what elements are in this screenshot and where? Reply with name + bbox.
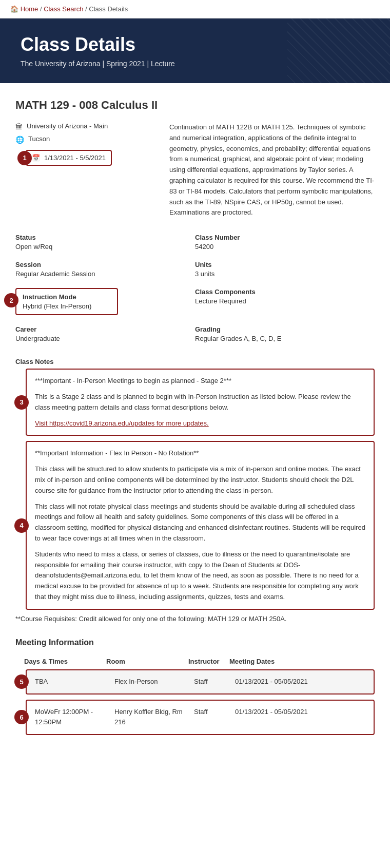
badge-1: 1	[17, 151, 32, 165]
row5-room: Flex In-Person	[114, 677, 194, 687]
institution-value: University of Arizona - Main	[27, 122, 108, 130]
class-notes-section: Class Notes 3 ***Important - In-Person M…	[15, 358, 375, 623]
meeting-row5-box: TBA Flex In-Person Staff 01/13/2021 - 05…	[26, 669, 375, 695]
details-grid: Status Open w/Req Class Number 54200 Ses…	[15, 228, 375, 348]
col-instructor-header: Instructor	[188, 658, 229, 665]
class-number-value: 54200	[195, 243, 375, 250]
row5-dates: 01/13/2021 - 05/05/2021	[235, 677, 365, 687]
info-grid: 🏛 University of Arizona - Main 🌐 Tucson …	[15, 122, 375, 218]
note4-wrap: 4 **Important Information - Flex In Pers…	[26, 441, 375, 609]
grading-label: Grading	[195, 325, 375, 333]
session-cell: Session Regular Academic Session	[15, 256, 195, 283]
badge-4: 4	[14, 518, 29, 533]
info-left: 🏛 University of Arizona - Main 🌐 Tucson …	[15, 122, 159, 218]
status-label: Status	[15, 234, 195, 241]
instruction-box: Instruction Mode Hybrid (Flex In-Person)	[15, 288, 118, 315]
badge-2: 2	[4, 293, 18, 307]
instruction-mode-cell: 2 Instruction Mode Hybrid (Flex In-Perso…	[15, 283, 195, 320]
page-subtitle: The University of Arizona | Spring 2021 …	[21, 60, 369, 68]
status-value: Open w/Req	[15, 243, 195, 250]
location-item: 🌐 Tucson	[15, 135, 159, 144]
instruction-mode-value: Hybrid (Flex In-Person)	[23, 302, 111, 310]
col-room-header: Room	[106, 658, 188, 665]
col-times-header: Days & Times	[24, 658, 106, 665]
note3-text1: ***Important - In-Person Meetings to beg…	[35, 376, 365, 387]
note3-text2: This is a Stage 2 class and is planned t…	[35, 392, 365, 413]
badge-3: 3	[14, 395, 29, 410]
career-value: Undergraduate	[15, 335, 195, 342]
breadcrumb-class-search[interactable]: Class Search	[44, 5, 83, 13]
note4-box: **Important Information - Flex In Person…	[26, 441, 375, 609]
institution-item: 🏛 University of Arizona - Main	[15, 122, 159, 131]
note3-text3: Visit https://covid19.arizona.edu/update…	[35, 418, 365, 429]
course-description: Continuation of MATH 122B or MATH 125. T…	[169, 122, 375, 218]
row6-times: MoWeFr 12:00PM - 12:50PM	[35, 707, 114, 728]
class-notes-label: Class Notes	[15, 358, 375, 365]
meeting-header: Days & Times Room Instructor Meeting Dat…	[15, 653, 375, 669]
note4-text4: Students who need to miss a class, or se…	[35, 549, 365, 603]
breadcrumb-current: Class Details	[89, 5, 128, 13]
status-cell: Status Open w/Req	[15, 228, 195, 256]
class-components-value: Lecture Required	[195, 297, 375, 305]
badge-5: 5	[14, 674, 29, 689]
row6-room: Henry Koffler Bldg, Rm 216	[114, 707, 194, 728]
note4-text2: This class will be structured to allow s…	[35, 464, 365, 496]
note3-wrap: 3 ***Important - In-Person Meetings to b…	[26, 369, 375, 436]
class-number-label: Class Number	[195, 234, 375, 241]
session-label: Session	[15, 261, 195, 268]
location-value: Tucson	[28, 135, 50, 143]
meeting-row6-inner: MoWeFr 12:00PM - 12:50PM Henry Koffler B…	[35, 707, 365, 728]
class-components-label: Class Components	[195, 288, 375, 296]
meeting-row6-wrap: 6 MoWeFr 12:00PM - 12:50PM Henry Koffler…	[26, 700, 375, 736]
class-components-cell: Class Components Lecture Required	[195, 283, 375, 320]
dates-value: 1/13/2021 - 5/5/2021	[44, 154, 106, 162]
institution-icon: 🏛	[15, 123, 23, 131]
instruction-mode-label: Instruction Mode	[23, 293, 111, 301]
meeting-row6-box: MoWeFr 12:00PM - 12:50PM Henry Koffler B…	[26, 700, 375, 736]
note3-link[interactable]: Visit https://covid19.arizona.edu/update…	[35, 419, 209, 427]
breadcrumb: 🏠 Home / Class Search / Class Details	[0, 0, 390, 18]
class-number-cell: Class Number 54200	[195, 228, 375, 256]
badge-6: 6	[14, 710, 29, 724]
units-value: 3 units	[195, 270, 375, 278]
row6-dates: 01/13/2021 - 05/05/2021	[235, 707, 365, 728]
meeting-row5-inner: TBA Flex In-Person Staff 01/13/2021 - 05…	[35, 677, 365, 687]
home-icon: 🏠	[10, 5, 18, 13]
main-content: MATH 129 - 008 Calculus II 🏛 University …	[0, 83, 390, 750]
units-cell: Units 3 units	[195, 256, 375, 283]
banner-decoration	[287, 18, 390, 83]
globe-icon: 🌐	[15, 136, 24, 144]
units-label: Units	[195, 261, 375, 268]
meeting-section: Meeting Information Days & Times Room In…	[15, 638, 375, 735]
note4-text1: **Important Information - Flex In Person…	[35, 448, 365, 459]
note5-text: **Course Requisites: Credit allowed for …	[15, 615, 375, 623]
calendar-icon: 📅	[32, 154, 40, 162]
row5-instructor: Staff	[194, 677, 235, 687]
header-banner: Class Details The University of Arizona …	[0, 18, 390, 83]
career-label: Career	[15, 325, 195, 333]
breadcrumb-home[interactable]: Home	[21, 5, 38, 13]
grading-cell: Grading Regular Grades A, B, C, D, E	[195, 320, 375, 348]
row5-times: TBA	[35, 677, 114, 687]
course-title: MATH 129 - 008 Calculus II	[15, 99, 375, 112]
session-value: Regular Academic Session	[15, 270, 195, 278]
date-box: 1 📅 1/13/2021 - 5/5/2021	[26, 150, 112, 166]
row6-instructor: Staff	[194, 707, 235, 728]
grading-value: Regular Grades A, B, C, D, E	[195, 335, 375, 342]
note4-text3: This class will not rotate physical clas…	[35, 501, 365, 544]
date-wrap: 1 📅 1/13/2021 - 5/5/2021	[26, 148, 159, 166]
note3-box: ***Important - In-Person Meetings to beg…	[26, 369, 375, 436]
col-dates-header: Meeting Dates	[229, 658, 291, 665]
meeting-title: Meeting Information	[15, 638, 375, 647]
meeting-row5-wrap: 5 TBA Flex In-Person Staff 01/13/2021 - …	[26, 669, 375, 695]
career-cell: Career Undergraduate	[15, 320, 195, 348]
